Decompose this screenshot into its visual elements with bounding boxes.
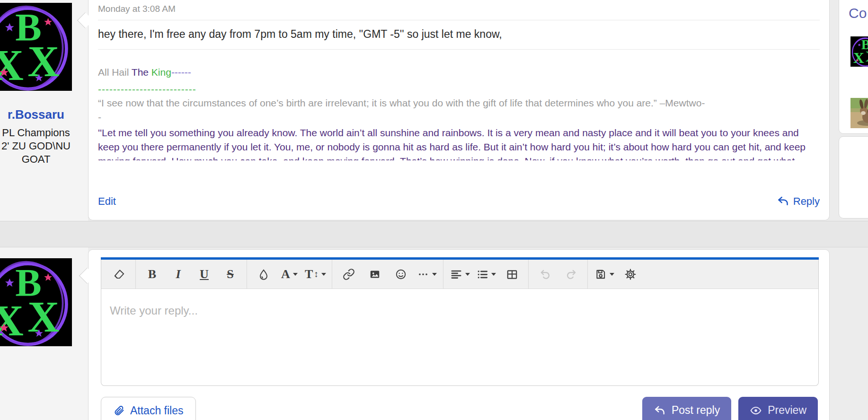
insert-image-button[interactable] [362, 263, 388, 285]
post-reply-label: Post reply [672, 404, 720, 417]
author-username[interactable]: r.Bossaru [0, 107, 88, 122]
author-title-line: 2' ZU GOD\NU [0, 140, 88, 153]
save-draft-icon [594, 268, 607, 280]
gear-icon [624, 268, 637, 280]
font-size-icon: T [305, 268, 313, 280]
signature-hail-line: All Hail The King------ [98, 66, 820, 79]
sig-text-gray: All Hail [98, 67, 132, 78]
signature-dash-line: -------------------------- [98, 83, 820, 96]
toolbar-separator [443, 260, 443, 289]
eye-icon [750, 404, 762, 417]
redo-icon [565, 268, 577, 280]
remove-formatting-button[interactable] [106, 263, 132, 285]
toolbar-separator [247, 260, 247, 289]
sidebar-heading: Co [849, 5, 868, 21]
save-draft-button[interactable] [591, 263, 617, 285]
chevron-down-icon [321, 273, 326, 276]
alignment-button[interactable] [447, 263, 473, 285]
editor-toolbar: B I U S A T↕ [101, 260, 819, 289]
post-footer: Edit Reply [98, 195, 820, 208]
edit-link[interactable]: Edit [98, 195, 116, 208]
preview-label: Preview [768, 404, 806, 417]
post-card: Monday at 3:08 AM hey there, I'm free an… [88, 0, 830, 220]
post-signature: All Hail The King------ ----------------… [98, 50, 820, 160]
chevron-down-icon [465, 273, 470, 276]
insert-link-button[interactable] [336, 263, 362, 285]
image-icon [369, 268, 381, 280]
align-left-icon [450, 268, 462, 280]
paperclip-icon [113, 405, 125, 417]
emoji-icon [395, 268, 407, 280]
editor-author-cell [0, 257, 72, 348]
table-icon [506, 268, 518, 280]
reply-arrow-icon [654, 404, 666, 417]
font-size-button[interactable]: T↕ [302, 263, 328, 285]
droplet-icon [257, 268, 270, 280]
rich-text-editor: B I U S A T↕ [101, 257, 819, 386]
font-family-button[interactable]: A [276, 263, 302, 285]
more-options-icon [417, 268, 429, 280]
bold-button[interactable]: B [139, 263, 165, 285]
underline-button[interactable]: U [191, 263, 217, 285]
editor-settings-button[interactable] [617, 263, 643, 285]
author-title-line: GOAT [0, 153, 88, 166]
signature-quote-mewtwo: “I see now that the circumstances of one… [98, 96, 820, 124]
list-button[interactable] [473, 263, 499, 285]
reply-arrow-icon [777, 195, 789, 208]
submit-buttons: Post reply Preview [642, 397, 818, 420]
author-title-line: PL Champions [0, 126, 88, 140]
editor-author-avatar[interactable] [0, 257, 72, 348]
underline-icon: U [200, 268, 209, 280]
bold-icon: B [148, 268, 156, 280]
text-color-button[interactable] [250, 263, 276, 285]
toolbar-separator [587, 260, 588, 289]
post-timestamp-link[interactable]: Monday at 3:08 AM [98, 4, 176, 14]
reply-placeholder: Write your reply... [110, 304, 198, 317]
sidebar-avatar-pokemon[interactable] [850, 98, 868, 128]
emoji-button[interactable] [388, 263, 414, 285]
insert-table-button[interactable] [499, 263, 525, 285]
chevron-down-icon [491, 273, 496, 276]
size-arrows-icon: ↕ [314, 269, 319, 280]
undo-button[interactable] [532, 263, 558, 285]
post-author-cell: r.Bossaru PL Champions 2' ZU GOD\NU GOAT [0, 1, 88, 166]
sidebar-widget: Co [839, 0, 868, 134]
redo-button[interactable] [558, 263, 584, 285]
sig-text-dashes: ------ [171, 67, 191, 78]
reply-link[interactable]: Reply [777, 195, 820, 208]
post-header: Monday at 3:08 AM [98, 0, 820, 20]
sig-text-green: King [151, 67, 171, 78]
strikethrough-icon: S [227, 268, 233, 280]
undo-icon [539, 268, 551, 280]
reply-input[interactable]: Write your reply... [101, 289, 819, 386]
italic-icon: I [176, 268, 180, 280]
strikethrough-button[interactable]: S [217, 263, 243, 285]
preview-button[interactable]: Preview [738, 397, 818, 420]
link-icon [343, 268, 355, 280]
post-divider [0, 221, 868, 247]
post-message: hey there, I'm free any day from 7pm to … [98, 20, 820, 50]
reply-link-label: Reply [793, 195, 820, 208]
font-family-icon: A [281, 268, 290, 280]
editor-actions-row: Attach files Post reply Preview [101, 397, 818, 420]
sidebar-avatar[interactable] [850, 36, 868, 67]
more-options-button[interactable] [414, 263, 440, 285]
sidebar-widget-card [839, 136, 868, 219]
toolbar-separator [135, 260, 136, 289]
attach-files-label: Attach files [130, 404, 184, 417]
eraser-icon [113, 268, 125, 280]
bullet-list-icon [476, 268, 488, 280]
post-reply-button[interactable]: Post reply [642, 397, 731, 420]
toolbar-separator [332, 260, 332, 289]
author-avatar[interactable] [0, 1, 72, 92]
italic-button[interactable]: I [165, 263, 191, 285]
forum-thread-page: r.Bossaru PL Champions 2' ZU GOD\NU GOAT… [0, 0, 868, 420]
chevron-down-icon [610, 273, 614, 276]
sig-text-purple: The [132, 67, 151, 78]
reply-editor-card: B I U S A T↕ [88, 249, 830, 420]
signature-quote-rocky: ''Let me tell you something you already … [98, 126, 820, 160]
chevron-down-icon [293, 273, 298, 276]
toolbar-separator [528, 260, 529, 289]
chevron-down-icon [432, 273, 437, 276]
attach-files-button[interactable]: Attach files [101, 397, 196, 420]
